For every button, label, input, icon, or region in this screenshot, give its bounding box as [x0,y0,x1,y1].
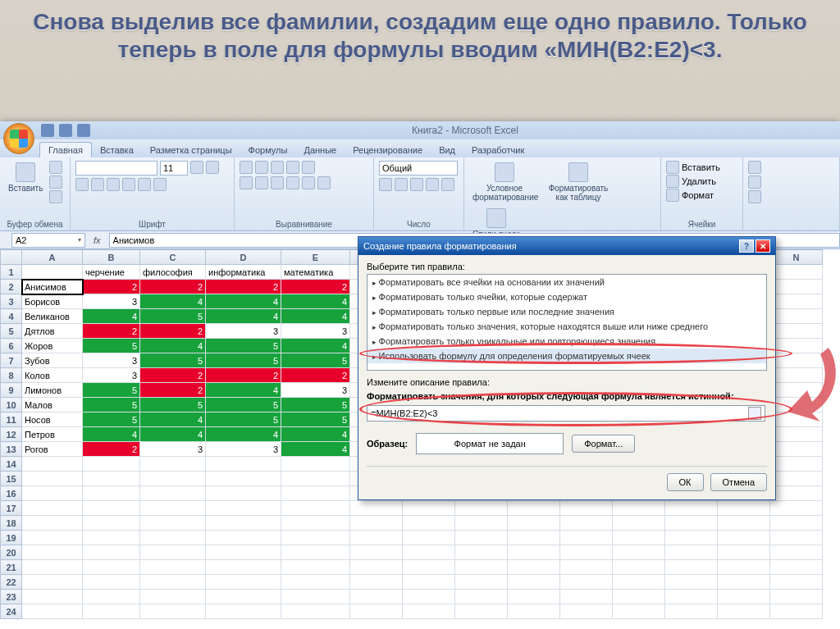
cell-I22[interactable] [508,575,560,590]
cell-F17[interactable] [350,501,403,516]
cell-B9[interactable]: 5 [83,383,140,398]
cell-B14[interactable] [83,457,140,472]
cell-A16[interactable] [22,486,83,501]
cell-J19[interactable] [560,531,613,545]
cell-C16[interactable] [140,486,206,501]
range-picker-icon[interactable] [748,407,761,420]
cell-D16[interactable] [206,486,281,501]
cell-E16[interactable] [281,486,350,501]
cell-F23[interactable] [350,590,403,604]
cell-M20[interactable] [718,545,770,560]
cell-I19[interactable] [508,531,560,545]
cell-J24[interactable] [560,604,613,619]
align-left-icon[interactable] [240,176,253,189]
rule-type-option[interactable]: Использовать формулу для определения фор… [368,349,766,363]
cell-N18[interactable] [770,516,823,531]
office-button[interactable] [3,123,34,154]
cell-D13[interactable]: 3 [206,442,281,457]
cell-K18[interactable] [613,516,665,531]
cell-G21[interactable] [403,560,455,575]
cell-H24[interactable] [455,604,508,619]
fx-icon[interactable]: fx [85,235,109,245]
column-header-C[interactable]: C [140,250,206,265]
cell-K22[interactable] [613,575,665,590]
cell-L21[interactable] [665,560,718,575]
cell-G19[interactable] [403,531,455,545]
cell-D8[interactable]: 2 [206,368,281,383]
cell-M24[interactable] [718,604,770,619]
row-header-6[interactable]: 6 [1,339,22,353]
cell-A22[interactable] [22,575,83,590]
cell-I21[interactable] [508,560,560,575]
cell-D9[interactable]: 4 [206,383,281,398]
cell-E8[interactable]: 2 [281,368,350,383]
rule-formula-input[interactable]: =МИН(B2:E2)<3 [367,405,765,422]
number-format-combo[interactable]: Общий [379,161,458,175]
tab-pagelayout[interactable]: Разметка страницы [142,143,240,157]
cell-G17[interactable] [403,501,455,516]
paste-button[interactable]: Вставить [5,161,46,194]
align-top-icon[interactable] [240,161,253,174]
cell-N7[interactable] [770,353,823,368]
cell-A21[interactable] [22,560,83,575]
cell-B2[interactable]: 2 [83,280,140,294]
cell-D3[interactable]: 4 [206,294,281,309]
cell-B7[interactable]: 3 [83,353,140,368]
cell-E12[interactable]: 4 [281,427,350,442]
row-header-5[interactable]: 5 [1,324,22,339]
cell-G20[interactable] [403,545,455,560]
cell-B21[interactable] [83,560,140,575]
row-header-8[interactable]: 8 [1,368,22,383]
ok-button[interactable]: ОК [667,473,704,491]
row-header-22[interactable]: 22 [1,575,22,590]
rule-type-option[interactable]: Форматировать только значения, которые н… [368,319,766,334]
bold-icon[interactable] [75,178,89,191]
cell-A4[interactable]: Великанов [22,309,83,324]
row-header-13[interactable]: 13 [1,442,22,457]
cell-N17[interactable] [770,501,823,516]
cell-E5[interactable]: 3 [281,324,350,339]
row-header-24[interactable]: 24 [1,604,22,619]
cell-A13[interactable]: Рогов [22,442,83,457]
cell-N24[interactable] [770,604,823,619]
cell-G23[interactable] [403,590,455,604]
column-header-A[interactable]: A [22,250,83,265]
cell-D12[interactable]: 4 [206,427,281,442]
cell-C12[interactable]: 4 [140,427,206,442]
cell-I24[interactable] [508,604,560,619]
cell-N3[interactable] [770,294,823,309]
cell-B8[interactable]: 3 [83,368,140,383]
cell-N4[interactable] [770,309,823,324]
grow-font-icon[interactable] [190,161,203,174]
cell-I23[interactable] [508,590,560,604]
format-as-table-button[interactable]: Форматировать как таблицу [543,161,614,203]
cell-N14[interactable] [770,457,823,472]
tab-data[interactable]: Данные [295,143,345,157]
cell-C23[interactable] [140,590,206,604]
cell-N12[interactable] [770,427,823,442]
cell-K24[interactable] [613,604,665,619]
cell-E18[interactable] [281,516,350,531]
conditional-formatting-button[interactable]: Условное форматирование [469,161,540,203]
cell-G24[interactable] [403,604,455,619]
cell-B5[interactable]: 2 [83,324,140,339]
cell-E4[interactable]: 4 [281,309,350,324]
row-header-12[interactable]: 12 [1,427,22,442]
cell-B13[interactable]: 2 [83,442,140,457]
cell-C11[interactable]: 4 [140,412,206,427]
cell-J17[interactable] [560,501,613,516]
cell-J23[interactable] [560,590,613,604]
cell-A18[interactable] [22,516,83,531]
cell-B23[interactable] [83,590,140,604]
cell-D1[interactable]: информатика [206,265,281,280]
cell-C20[interactable] [140,545,206,560]
cell-C3[interactable]: 4 [140,294,206,309]
rule-type-option[interactable]: Форматировать только ячейки, которые сод… [368,289,766,304]
cell-D5[interactable]: 3 [206,324,281,339]
cell-D21[interactable] [206,560,281,575]
cell-E11[interactable]: 5 [281,412,350,427]
cut-icon[interactable] [49,161,62,174]
cell-C6[interactable]: 4 [140,339,206,353]
tab-home[interactable]: Главная [39,142,92,157]
cell-L20[interactable] [665,545,718,560]
